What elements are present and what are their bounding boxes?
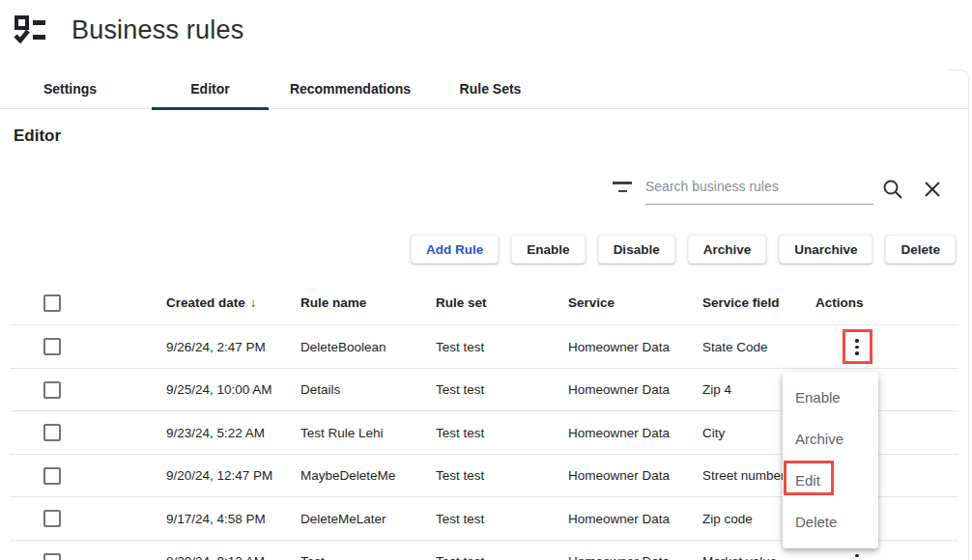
cell-rule-set: Test test <box>436 468 568 483</box>
cell-created-date: 8/29/24, 9:12 AM <box>166 554 300 560</box>
tab[interactable]: Recommendations <box>280 70 420 108</box>
app-header: Business rules <box>14 12 243 48</box>
context-menu-item[interactable]: Edit <box>783 460 878 501</box>
sort-desc-icon: ↓ <box>250 295 257 310</box>
table-row: 9/26/24, 2:47 PM DeleteBoolean Test test… <box>0 325 972 369</box>
kebab-menu-icon[interactable] <box>848 550 866 560</box>
context-menu-item-label: Enable <box>795 389 841 406</box>
page-title: Business rules <box>71 15 243 45</box>
header-checkbox-cell <box>0 294 166 312</box>
toolbar-button-label: Archive <box>703 242 752 257</box>
column-header[interactable]: Service <box>568 295 702 310</box>
context-menu-item-label: Archive <box>795 431 843 447</box>
select-all-checkbox[interactable] <box>43 294 61 312</box>
cell-rule-set: Test test <box>436 340 568 354</box>
row-checkbox-cell <box>0 338 166 355</box>
cell-created-date: 9/26/24, 2:47 PM <box>166 340 300 354</box>
cell-rule-set: Test test <box>436 382 568 397</box>
search-icon[interactable] <box>880 177 905 202</box>
search-input[interactable] <box>645 174 873 199</box>
toolbar-button[interactable]: Archive <box>688 235 767 264</box>
toolbar-button-label: Enable <box>527 242 569 257</box>
cell-rule-name: MaybeDeleteMe <box>300 468 436 483</box>
toolbar-button-label: Disable <box>614 242 660 257</box>
tab[interactable]: Editor <box>140 70 280 108</box>
row-checkbox[interactable] <box>43 424 61 441</box>
filter-icon[interactable] <box>612 182 633 195</box>
kebab-menu-icon[interactable] <box>848 335 866 358</box>
toolbar-button[interactable]: Unarchive <box>779 235 872 264</box>
close-icon[interactable] <box>921 178 944 201</box>
column-header-label: Rule set <box>436 295 487 310</box>
cell-created-date: 9/20/24, 12:47 PM <box>166 468 300 483</box>
cell-service: Homeowner Data <box>568 426 702 440</box>
column-header[interactable]: Rule set <box>436 295 568 310</box>
row-actions-cell <box>848 335 866 358</box>
cell-service: Homeowner Data <box>568 340 702 354</box>
toolbar-button-label: Unarchive <box>794 242 857 257</box>
column-header-label: Created date <box>166 295 245 310</box>
cell-service-field: State Code <box>702 340 815 354</box>
tab[interactable]: Settings <box>0 70 140 108</box>
cell-service: Homeowner Data <box>568 512 702 526</box>
toolbar-button[interactable]: Add Rule <box>411 235 499 264</box>
cell-service: Homeowner Data <box>568 468 702 483</box>
toolbar-button-label: Add Rule <box>426 242 483 257</box>
toolbar-button[interactable]: Delete <box>885 235 956 264</box>
column-header[interactable]: Rule name <box>300 295 436 310</box>
cell-created-date: 9/17/24, 4:58 PM <box>166 512 300 526</box>
cell-service-field: Market value <box>702 554 815 560</box>
cell-service: Homeowner Data <box>568 382 702 397</box>
cell-rule-name: DeleteMeLater <box>300 512 436 526</box>
cell-rule-set: Test test <box>436 512 568 526</box>
business-rules-checklist-icon <box>14 12 48 48</box>
row-checkbox[interactable] <box>43 553 61 560</box>
context-menu-item[interactable]: Delete <box>783 501 878 543</box>
row-checkbox[interactable] <box>43 338 61 355</box>
tab-label: Settings <box>43 81 97 97</box>
toolbar-button[interactable]: Disable <box>598 235 675 264</box>
row-checkbox-cell <box>0 381 166 399</box>
cell-service: Homeowner Data <box>568 554 702 560</box>
row-checkbox[interactable] <box>43 510 61 527</box>
context-menu-item[interactable]: Enable <box>783 377 878 418</box>
tab-label: Editor <box>190 81 229 97</box>
column-header[interactable]: Created date↓ <box>166 295 300 310</box>
cell-rule-name: Test <box>300 554 436 560</box>
row-checkbox-cell <box>0 424 166 441</box>
tab-label: Recommendations <box>290 81 411 97</box>
context-menu-item[interactable]: Archive <box>783 418 878 460</box>
context-menu-item-label: Edit <box>795 472 820 489</box>
row-checkbox[interactable] <box>43 381 61 399</box>
tab-bar: SettingsEditorRecommendationsRule Sets <box>0 70 969 109</box>
search-field <box>645 174 873 205</box>
toolbar-button[interactable]: Enable <box>511 235 585 264</box>
cell-rule-name: Details <box>300 382 436 397</box>
column-header-label: Service <box>568 295 615 310</box>
cell-rule-set: Test test <box>436 426 568 440</box>
table-header-row: Created date↓ Rule name Rule set Service… <box>0 280 972 325</box>
row-checkbox-cell <box>0 467 166 485</box>
column-header[interactable]: Actions <box>815 295 899 310</box>
row-checkbox[interactable] <box>43 467 61 485</box>
tab[interactable]: Rule Sets <box>420 70 560 108</box>
cell-rule-name: Test Rule Lehi <box>300 426 436 440</box>
tab-label: Rule Sets <box>460 81 522 97</box>
row-checkbox-cell <box>0 510 166 527</box>
cell-rule-name: DeleteBoolean <box>300 340 436 354</box>
column-header[interactable]: Service field <box>702 295 815 310</box>
cell-rule-set: Test test <box>436 554 568 560</box>
column-header-label: Service field <box>702 295 780 310</box>
row-checkbox-cell <box>0 553 166 560</box>
column-header-label: Actions <box>815 295 864 310</box>
business-rules-page: Business rules SettingsEditorRecommendat… <box>0 0 972 560</box>
toolbar-button-label: Delete <box>901 242 940 257</box>
context-menu-item-label: Delete <box>795 514 837 530</box>
context-menu: EnableArchiveEditDelete <box>783 372 878 548</box>
cell-created-date: 9/25/24, 10:00 AM <box>166 382 300 397</box>
cell-created-date: 9/23/24, 5:22 AM <box>166 426 300 440</box>
section-title: Editor <box>14 126 61 146</box>
toolbar: Add RuleEnableDisableArchiveUnarchiveDel… <box>411 235 956 264</box>
column-header-label: Rule name <box>300 295 366 310</box>
row-actions-cell <box>848 550 866 560</box>
